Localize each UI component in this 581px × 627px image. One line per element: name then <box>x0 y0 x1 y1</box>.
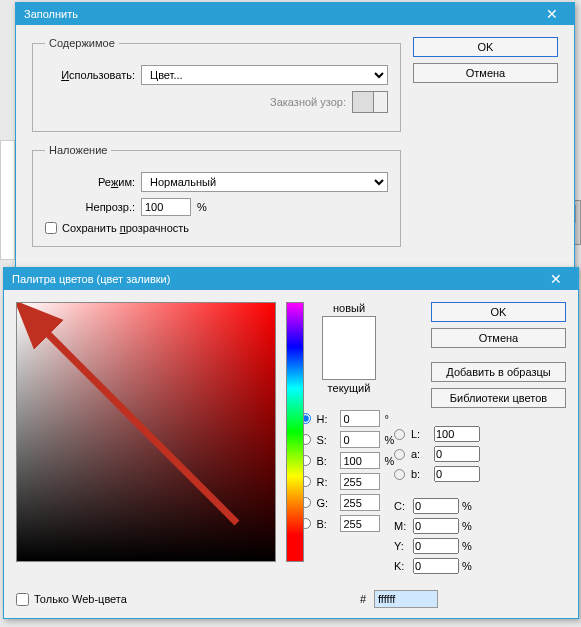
hsb-rgb-block: H:° S:% B:% R: G: B: <box>300 410 399 532</box>
opacity-label: Непрозр.: <box>45 201 135 213</box>
opacity-input[interactable] <box>141 198 191 216</box>
current-label: текущий <box>328 382 371 394</box>
b2-label: B: <box>317 518 337 530</box>
svg-line-0 <box>39 325 237 523</box>
opacity-unit: % <box>197 201 207 213</box>
lab-b-label: b: <box>411 468 431 480</box>
h-label: H: <box>317 413 337 425</box>
c-input[interactable] <box>413 498 459 514</box>
content-legend: Содержимое <box>45 37 119 49</box>
s-label: S: <box>317 434 337 446</box>
c-unit: % <box>462 500 476 512</box>
hex-hash: # <box>360 593 366 605</box>
k-label: K: <box>394 560 410 572</box>
y-unit: % <box>462 540 476 552</box>
y-input[interactable] <box>413 538 459 554</box>
preserve-label: Сохранить прозрачность <box>62 222 189 234</box>
color-cursor <box>19 305 29 315</box>
fill-dialog: Заполнить ✕ Содержимое ИИспользовать:спо… <box>15 2 575 276</box>
add-swatch-button[interactable]: Добавить в образцы <box>431 362 566 382</box>
new-color-preview <box>323 317 375 348</box>
use-select[interactable]: Цвет... <box>141 65 388 85</box>
overlay-group: Наложение Режим: Нормальный Непрозр.: % … <box>32 144 401 247</box>
b2-input[interactable] <box>340 515 380 532</box>
pattern-preview <box>352 91 374 113</box>
m-label: M: <box>394 520 410 532</box>
m-unit: % <box>462 520 476 532</box>
tutorial-arrow-icon <box>17 303 277 563</box>
l-input[interactable] <box>434 426 480 442</box>
fill-close-button[interactable]: ✕ <box>538 7 566 21</box>
color-libs-button[interactable]: Библиотеки цветов <box>431 388 566 408</box>
m-input[interactable] <box>413 518 459 534</box>
canvas-bg <box>0 140 15 260</box>
new-label: новый <box>333 302 365 314</box>
webonly-label: Только Web-цвета <box>34 593 127 605</box>
lab-block: L: a: b: <box>394 426 480 482</box>
cp-ok-button[interactable]: OK <box>431 302 566 322</box>
l-radio[interactable] <box>394 429 405 440</box>
r-input[interactable] <box>340 473 380 490</box>
cp-close-button[interactable]: ✕ <box>542 272 570 286</box>
g-input[interactable] <box>340 494 380 511</box>
cp-cancel-button[interactable]: Отмена <box>431 328 566 348</box>
k-input[interactable] <box>413 558 459 574</box>
color-field[interactable] <box>16 302 276 562</box>
b-input[interactable] <box>340 452 380 469</box>
fill-titlebar[interactable]: Заполнить ✕ <box>16 3 574 25</box>
preserve-checkbox[interactable] <box>45 222 57 234</box>
mode-label: Режим: <box>45 176 135 188</box>
current-color-preview[interactable] <box>323 348 375 379</box>
fill-title: Заполнить <box>24 8 78 20</box>
lab-b-input[interactable] <box>434 466 480 482</box>
use-label: ИИспользовать:спользовать: <box>45 69 135 81</box>
a-radio[interactable] <box>394 449 405 460</box>
color-picker-dialog: Палитра цветов (цвет заливки) ✕ новый те… <box>3 267 579 619</box>
webonly-checkbox[interactable] <box>16 593 29 606</box>
s-input[interactable] <box>340 431 380 448</box>
color-swatch <box>322 316 376 380</box>
c-label: C: <box>394 500 410 512</box>
fill-cancel-button[interactable]: Отмена <box>413 63 558 83</box>
l-label: L: <box>411 428 431 440</box>
cp-titlebar[interactable]: Палитра цветов (цвет заливки) ✕ <box>4 268 578 290</box>
overlay-legend: Наложение <box>45 144 111 156</box>
hex-input[interactable] <box>374 590 438 608</box>
y-label: Y: <box>394 540 410 552</box>
h-input[interactable] <box>340 410 380 427</box>
fill-ok-button[interactable]: OK <box>413 37 558 57</box>
lab-b-radio[interactable] <box>394 469 405 480</box>
pattern-dropdown-icon[interactable] <box>374 91 388 113</box>
r-label: R: <box>317 476 337 488</box>
a-label: a: <box>411 448 431 460</box>
pattern-swatch[interactable] <box>352 91 388 113</box>
cp-title: Палитра цветов (цвет заливки) <box>12 273 170 285</box>
a-input[interactable] <box>434 446 480 462</box>
pattern-label: Заказной узор: <box>256 96 346 108</box>
hue-slider[interactable] <box>286 302 304 562</box>
k-unit: % <box>462 560 476 572</box>
g-label: G: <box>317 497 337 509</box>
content-group: Содержимое ИИспользовать:спользовать: Цв… <box>32 37 401 132</box>
b-label: B: <box>317 455 337 467</box>
cmyk-block: C:% M:% Y:% K:% <box>394 498 566 574</box>
mode-select[interactable]: Нормальный <box>141 172 388 192</box>
